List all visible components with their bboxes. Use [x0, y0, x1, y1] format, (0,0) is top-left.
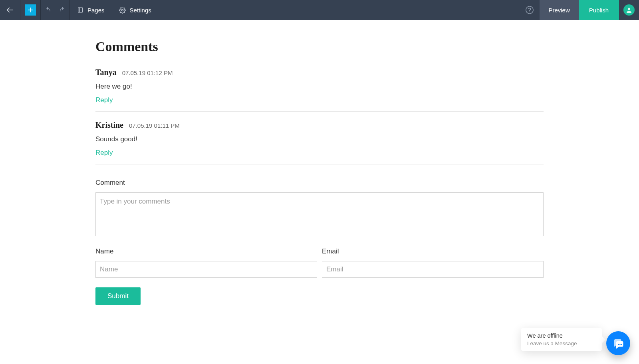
- svg-point-9: [618, 344, 619, 345]
- back-button[interactable]: [0, 0, 20, 20]
- undo-button[interactable]: [41, 0, 55, 20]
- help-button[interactable]: [520, 0, 540, 20]
- page-title: Comments: [95, 39, 544, 54]
- comment-date: 07.05.19 01:11 PM: [129, 122, 180, 129]
- avatar-icon: [625, 6, 633, 14]
- svg-point-8: [628, 8, 630, 10]
- comment-textarea[interactable]: [95, 192, 544, 236]
- undo-icon: [44, 6, 52, 14]
- settings-label: Settings: [130, 7, 151, 14]
- comment-date: 07.05.19 01:12 PM: [122, 69, 173, 76]
- svg-point-6: [526, 6, 533, 14]
- chat-launcher[interactable]: [606, 331, 630, 355]
- comment-body: Sounds good!: [95, 135, 544, 143]
- help-icon: [525, 6, 534, 14]
- comment-author: Kristine: [95, 121, 123, 130]
- svg-point-7: [530, 12, 530, 12]
- comment-label: Comment: [95, 179, 544, 187]
- redo-button[interactable]: [55, 0, 69, 20]
- email-label: Email: [322, 247, 544, 255]
- chat-offline-card[interactable]: We are offline Leave us a Message: [521, 328, 602, 351]
- svg-point-5: [121, 9, 123, 11]
- comment-item: Kristine 07.05.19 01:11 PM Sounds good! …: [95, 121, 544, 164]
- submit-button[interactable]: Submit: [95, 287, 141, 305]
- redo-icon: [58, 6, 66, 14]
- chat-subtitle: Leave us a Message: [527, 340, 596, 346]
- publish-label: Publish: [589, 7, 609, 14]
- canvas: Comments Tanya 07.05.19 01:12 PM Here we…: [0, 20, 639, 364]
- pages-button[interactable]: Pages: [70, 0, 112, 20]
- gear-icon: [119, 7, 126, 14]
- publish-button[interactable]: Publish: [579, 0, 619, 20]
- chat-title: We are offline: [527, 332, 596, 339]
- pages-icon: [77, 7, 83, 13]
- plus-icon: [27, 7, 34, 13]
- comment-author: Tanya: [95, 68, 117, 77]
- comment-item: Tanya 07.05.19 01:12 PM Here we go! Repl…: [95, 68, 544, 112]
- svg-point-11: [621, 344, 622, 345]
- account-menu[interactable]: [619, 0, 639, 20]
- add-button[interactable]: [20, 0, 40, 20]
- comment-body: Here we go!: [95, 83, 544, 91]
- name-input[interactable]: [95, 261, 317, 278]
- comment-form: Comment Name Email Submit: [95, 179, 544, 305]
- svg-rect-3: [78, 8, 83, 12]
- spacer: [159, 0, 520, 20]
- reply-link[interactable]: Reply: [95, 96, 544, 104]
- preview-button[interactable]: Preview: [540, 0, 578, 20]
- name-label: Name: [95, 247, 317, 255]
- svg-point-10: [619, 344, 621, 345]
- arrow-left-icon: [6, 6, 14, 14]
- page-content: Comments Tanya 07.05.19 01:12 PM Here we…: [95, 20, 544, 329]
- reply-link[interactable]: Reply: [95, 149, 544, 157]
- preview-label: Preview: [548, 7, 570, 14]
- settings-button[interactable]: Settings: [112, 0, 159, 20]
- pages-label: Pages: [87, 7, 105, 14]
- chat-icon: [612, 337, 624, 349]
- email-input[interactable]: [322, 261, 544, 278]
- topbar: Pages Settings Preview Publish: [0, 0, 639, 20]
